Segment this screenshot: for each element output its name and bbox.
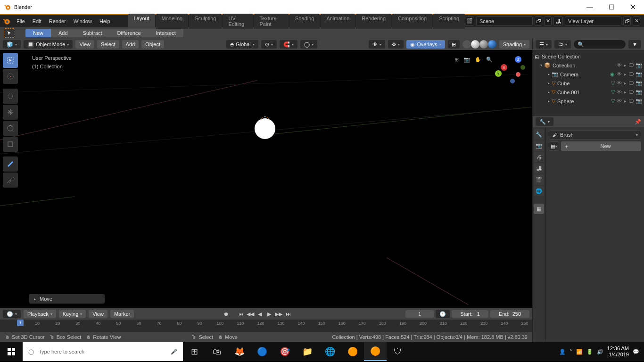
tab-compositing[interactable]: Compositing [392,14,432,29]
blender-task-2[interactable]: 🟠 [364,342,387,361]
hdr-object[interactable]: Object [141,40,164,49]
menu-help[interactable]: Help [96,18,114,24]
mic-icon[interactable]: 🎤 [171,349,177,355]
viewlayer-new[interactable]: 🗗 [623,16,631,26]
new-texture-button[interactable]: ＋ New [561,141,641,151]
orientation-selector[interactable]: ⬘ Global ▾ [226,40,258,49]
tab-rendering[interactable]: Rendering [356,14,391,29]
taskview-icon[interactable]: ⊞ [183,342,206,361]
outliner-cube001[interactable]: ▸▽Cube.001▽ 👁▸🖵📷 [533,88,644,97]
viewlayer-browse[interactable]: 🏞 [553,16,563,26]
taskbar-search[interactable]: ◯ Type here to search 🎤 [23,342,183,361]
wifi-icon[interactable]: 📶 [576,349,583,355]
tab-sculpting[interactable]: Sculpting [189,14,222,29]
hdr-select[interactable]: Select [97,40,119,49]
scene-delete[interactable]: ✕ [544,16,552,26]
3d-viewport[interactable]: User Perspective (1) Collection ⊞ 📷 ✋ � [0,50,532,308]
tab-animation[interactable]: Animation [321,14,355,29]
playhead[interactable]: 1 [17,320,24,326]
transform-tool[interactable] [3,137,18,152]
proptab-tool[interactable]: 🔧 [534,129,544,140]
outliner-camera[interactable]: ▸📷Camera◉ 👁▸🖵📷 [533,70,644,79]
zoom-icon[interactable]: 🔍 [486,57,493,63]
outliner-scene-collection[interactable]: 🗂Scene Collection [533,52,644,61]
minimize-button[interactable]: — [579,0,601,14]
booltab-new[interactable]: New [25,29,51,37]
close-button[interactable]: ✕ [622,0,644,14]
jump-end-icon[interactable]: ⏭ [284,310,292,318]
autokey-icon[interactable]: ⏺ [222,310,230,318]
scene-browse[interactable]: 🎬 [465,16,474,26]
notifications-icon[interactable]: 💬 [633,349,639,355]
outliner-collection[interactable]: ▾📦Collection 👁▸🖵📷 [533,61,644,70]
volume-icon[interactable]: 🔊 [597,349,603,355]
jump-start-icon[interactable]: ⏮ [237,310,245,318]
proptab-render[interactable]: 📷 [534,140,544,151]
keyframe-next-icon[interactable]: ▶▶ [274,310,283,318]
outliner-search[interactable]: 🔍 [574,40,626,49]
menu-file[interactable]: File [13,18,29,24]
firefox-icon[interactable]: 🦊 [228,342,251,361]
proptab-texture[interactable]: ▦ [534,204,544,214]
outliner-type-icon[interactable]: ☰▾ [536,40,552,49]
measure-tool[interactable] [3,173,18,188]
explorer-icon[interactable]: 📁 [296,342,319,361]
tab-texturepaint[interactable]: Texture Paint [254,14,289,29]
timeline-editor-icon[interactable]: 🕐▾ [3,310,21,318]
select-box-tool[interactable] [3,53,18,68]
snap-icon[interactable]: 🧲▾ [280,40,297,49]
blender-icon[interactable] [0,16,13,27]
viewlayer-field[interactable]: View Layer [565,16,621,26]
app-blue-icon[interactable]: 🔵 [251,342,273,361]
keyframe-prev-icon[interactable]: ◀◀ [246,310,255,318]
current-frame[interactable]: 1 [405,310,434,318]
tab-modeling[interactable]: Modeling [156,14,189,29]
menu-render[interactable]: Render [45,18,70,24]
tab-shading[interactable]: Shading [289,14,320,29]
play-icon[interactable]: ▶ [265,310,273,318]
proptab-world[interactable]: 🌐 [534,186,544,196]
xray-icon[interactable]: ⊞ [448,40,460,49]
cursor-tool-icon[interactable] [4,28,15,38]
tab-uvediting[interactable]: UV Editing [223,14,253,29]
security-icon[interactable]: 🛡 [387,342,409,361]
proportional-icon[interactable]: ◯▾ [300,40,317,49]
cursor-tool[interactable] [3,69,18,84]
outliner-filter-icon[interactable]: ▼ [628,40,641,49]
tray-clock[interactable]: 12:36 AM 1/4/2019 [607,346,629,358]
end-frame[interactable]: End: 250 [490,310,529,318]
blender-task-1[interactable]: 🟠 [341,342,364,361]
rotate-tool[interactable] [3,105,18,120]
scale-tool[interactable] [3,121,18,136]
hdr-add[interactable]: Add [122,40,139,49]
clock-icon[interactable]: 🕐 [436,310,450,318]
scene-new[interactable]: 🗗 [535,16,542,26]
tl-view[interactable]: View [89,310,107,318]
visibility-icon[interactable]: 👁▾ [369,40,385,49]
tab-layout[interactable]: Layout [128,14,155,29]
start-button[interactable] [0,342,23,361]
hdr-view[interactable]: View [75,40,94,49]
move-tool[interactable] [3,89,18,104]
tray-chevron-icon[interactable]: ˄ [570,349,572,355]
booltab-difference[interactable]: Difference [110,29,149,37]
pin-icon[interactable]: 📌 [635,119,641,125]
outliner-sphere[interactable]: ▸▽Sphere▽ 👁▸🖵📷 [533,97,644,106]
camera-icon[interactable]: 📷 [463,57,470,63]
outliner[interactable]: 🗂Scene Collection ▾📦Collection 👁▸🖵📷 ▸📷Ca… [533,50,644,116]
outliner-cube[interactable]: ▸▽Cube▽ 👁▸🖵📷 [533,79,644,88]
maximize-button[interactable]: ☐ [601,0,622,14]
booltab-intersect[interactable]: Intersect [149,29,183,37]
scene-field[interactable]: Scene [476,16,533,26]
overlays-toggle[interactable]: ◉ Overlays ▾ [406,40,445,49]
editor-type-icon[interactable]: 🧊▾ [3,40,21,49]
people-icon[interactable]: 👤 [559,349,566,355]
props-type-icon[interactable]: 🔧▾ [536,117,553,126]
pivot-icon[interactable]: ⊙▾ [261,40,277,49]
battery-icon[interactable]: 🔋 [586,349,593,355]
booltab-subtract[interactable]: Subtract [75,29,110,37]
chrome-icon[interactable]: 🌐 [319,342,341,361]
tl-playback[interactable]: Playback ▾ [24,310,56,318]
annotate-tool[interactable] [3,156,18,172]
shading-modes[interactable] [462,40,496,49]
